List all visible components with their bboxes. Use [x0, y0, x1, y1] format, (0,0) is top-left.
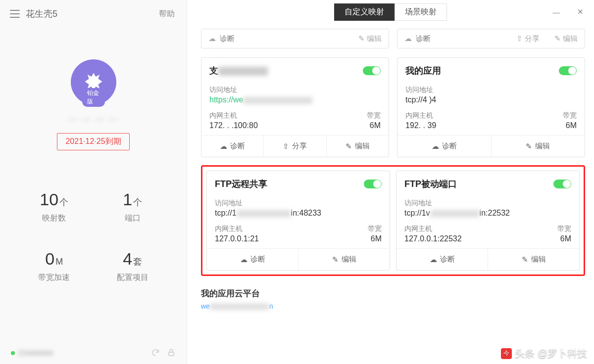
menu-icon[interactable]	[10, 10, 20, 18]
diag-button[interactable]: ☁ 诊断	[397, 136, 491, 157]
addr-value[interactable]: tcp://1vin:22532	[404, 209, 571, 218]
watermark: 今 头条 @罗卜科技	[501, 347, 587, 360]
addr-value[interactable]: tcp://1in:48233	[215, 209, 382, 218]
main-header: 自定义映射 场景映射 — ✕	[187, 0, 594, 24]
stat-mappings: 10个 映射数	[20, 190, 89, 224]
diag-button[interactable]: ☁ 诊断	[207, 249, 298, 270]
bw-label: 带宽	[342, 225, 382, 233]
window-controls: — ✕	[544, 0, 592, 24]
stats-grid: 10个 映射数 1个 端口 0M 带宽加速 4套 配置项目	[0, 190, 187, 283]
bw-label: 带宽	[537, 111, 577, 120]
enable-toggle[interactable]	[363, 66, 381, 75]
tab-group: 自定义映射 场景映射	[334, 3, 447, 21]
lock-icon[interactable]	[167, 348, 176, 357]
edit-icon[interactable]: ✎ 编辑	[554, 34, 578, 44]
stub-card-right: ☁诊断 ⇧ 分享 ✎ 编辑	[397, 29, 585, 48]
status-indicator: 11xxxxxxxx	[11, 349, 67, 357]
edit-button[interactable]: ✎ 编辑	[491, 136, 585, 157]
addr-label: 访问地址	[405, 86, 577, 94]
bw-value: 6M	[537, 121, 577, 130]
host-value: 127.0.0.1:21	[215, 234, 332, 243]
ftp-highlight-row: FTP远程共享 访问地址 tcp://1in:48233 内网主机 127.0.…	[201, 165, 585, 276]
host-label: 内网主机	[215, 225, 332, 233]
addr-label: 访问地址	[215, 199, 382, 208]
profile-block: 铂金版 — — — — 2021·12·25到期	[0, 59, 187, 150]
bw-value: 6M	[341, 121, 381, 130]
edit-icon[interactable]: ✎ 编辑	[358, 34, 382, 44]
host-label: 内网主机	[209, 111, 331, 120]
expire-text: 2021·12·25到期	[65, 136, 121, 147]
content: ☁诊断 ✎ 编辑 ☁诊断 ⇧ 分享 ✎ 编辑 支 访问地址 http	[187, 24, 594, 364]
top-stub-row: ☁诊断 ✎ 编辑 ☁诊断 ⇧ 分享 ✎ 编辑	[201, 29, 585, 48]
watermark-text: 头条 @罗卜科技	[515, 347, 587, 360]
addr-value[interactable]: tcp://4 )4	[405, 95, 577, 104]
mapping-card-myapp: 我的应用 访问地址 tcp://4 )4 内网主机 192. . 39 带宽	[397, 57, 585, 157]
sidebar-header: 花生壳5 帮助	[0, 0, 187, 25]
diag-icon[interactable]: ☁	[208, 34, 216, 43]
card-title: FTP远程共享	[215, 178, 267, 190]
refresh-icon[interactable]	[151, 348, 160, 357]
app-title: 花生壳5	[26, 8, 57, 20]
mapping-card-ftp-remote: FTP远程共享 访问地址 tcp://1in:48233 内网主机 127.0.…	[206, 171, 390, 271]
close-button[interactable]: ✕	[568, 0, 592, 24]
bw-value: 6M	[342, 234, 382, 243]
mapping-card-zhi: 支 访问地址 https://we 内网主机 172. . .100:80 带宽…	[201, 57, 389, 157]
username: — — — —	[68, 114, 118, 124]
host-value: 127.0.0.1:22532	[404, 234, 522, 243]
enable-toggle[interactable]	[559, 66, 577, 75]
sidebar-footer: 11xxxxxxxx	[0, 348, 187, 357]
cloud-url[interactable]: wen	[201, 302, 585, 310]
addr-value[interactable]: https://we	[209, 95, 381, 104]
share-button[interactable]: ⇧ 分享	[263, 136, 326, 157]
card-title: 我的应用	[405, 65, 441, 77]
help-link[interactable]: 帮助	[159, 9, 175, 19]
host-value: 172. . .100:80	[209, 121, 331, 130]
main-panel: 自定义映射 场景映射 — ✕ ☁诊断 ✎ 编辑 ☁诊断 ⇧ 分享 ✎ 编辑	[187, 0, 594, 364]
addr-label: 访问地址	[209, 86, 381, 94]
cloud-title: 我的应用云平台	[201, 288, 585, 299]
card-title: FTP被动端口	[404, 178, 457, 190]
stat-bandwidth: 0M 带宽加速	[20, 249, 89, 283]
minimize-button[interactable]: —	[544, 0, 568, 24]
tab-scene-mapping[interactable]: 场景映射	[395, 3, 447, 21]
cloud-section: 我的应用云平台 wen	[201, 288, 585, 310]
diag-button[interactable]: ☁ 诊断	[396, 249, 488, 270]
host-label: 内网主机	[405, 111, 527, 120]
edit-button[interactable]: ✎ 编辑	[326, 136, 389, 157]
enable-toggle[interactable]	[553, 180, 571, 188]
watermark-logo-icon: 今	[501, 348, 512, 359]
edit-button[interactable]: ✎ 编辑	[298, 249, 390, 270]
card-title: 支	[209, 65, 268, 77]
sidebar: 花生壳5 帮助 铂金版 — — — — 2021·12·25到期 10个 映射数…	[0, 0, 187, 364]
tab-custom-mapping[interactable]: 自定义映射	[334, 3, 395, 21]
card-row-1: 支 访问地址 https://we 内网主机 172. . .100:80 带宽…	[201, 57, 585, 157]
edit-button[interactable]: ✎ 编辑	[488, 249, 579, 270]
host-label: 内网主机	[404, 225, 522, 233]
stat-projects: 4套 配置项目	[99, 249, 167, 283]
mapping-card-ftp-passive: FTP被动端口 访问地址 tcp://1vin:22532 内网主机 127.0…	[396, 171, 580, 271]
stub-card-left: ☁诊断 ✎ 编辑	[201, 29, 389, 48]
bw-label: 带宽	[532, 225, 571, 233]
enable-toggle[interactable]	[364, 180, 382, 188]
bw-label: 带宽	[341, 111, 381, 120]
stat-ports: 1个 端口	[99, 190, 167, 224]
svg-rect-0	[169, 352, 174, 356]
share-icon[interactable]: ⇧ 分享	[516, 34, 540, 44]
bw-value: 6M	[532, 234, 571, 243]
tier-badge: 铂金版	[82, 88, 105, 107]
addr-label: 访问地址	[404, 199, 571, 208]
avatar[interactable]: 铂金版	[71, 59, 116, 105]
diag-icon[interactable]: ☁	[404, 34, 412, 43]
expire-badge[interactable]: 2021·12·25到期	[57, 133, 129, 150]
diag-button[interactable]: ☁ 诊断	[201, 136, 263, 157]
host-value: 192. . 39	[405, 121, 527, 130]
